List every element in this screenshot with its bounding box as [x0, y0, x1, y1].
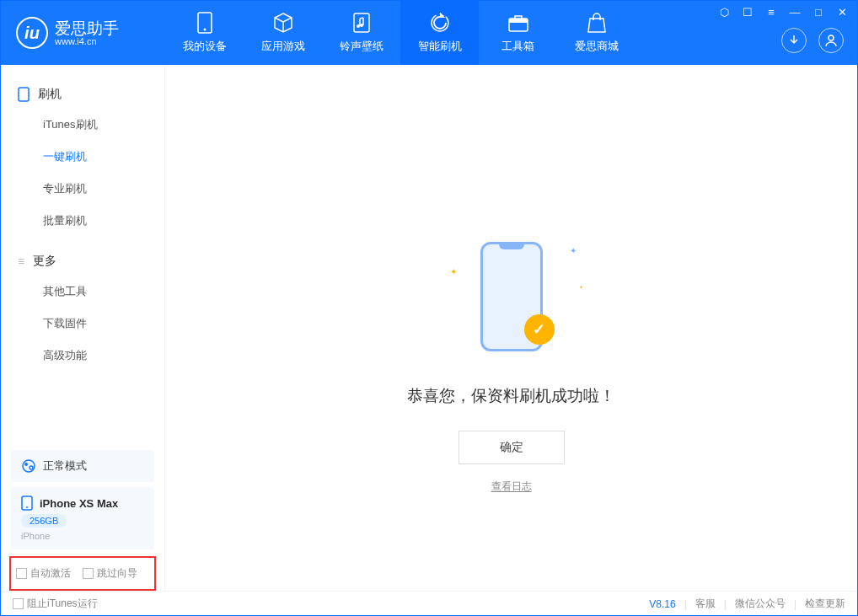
tab-smart-flash[interactable]: 智能刷机 — [400, 1, 479, 65]
tab-label: 爱思商城 — [575, 39, 619, 54]
app-header: iu 爱思助手 www.i4.cn 我的设备 应用游戏 铃声壁纸 智能刷机 工具… — [1, 1, 857, 65]
download-icon[interactable] — [781, 28, 807, 53]
sidebar-group-more: ≡ 更多 — [1, 247, 164, 276]
device-name-text: iPhone XS Max — [40, 497, 118, 510]
svg-point-12 — [24, 463, 28, 466]
header-actions — [781, 28, 844, 53]
svg-rect-10 — [19, 88, 29, 101]
mode-card[interactable]: 正常模式 — [11, 450, 154, 482]
tab-label: 我的设备 — [183, 39, 227, 54]
svg-rect-2 — [354, 13, 369, 32]
close-button[interactable]: ✕ — [835, 6, 849, 19]
shirt-icon[interactable]: ⬡ — [717, 6, 731, 19]
svg-point-1 — [203, 29, 206, 31]
tab-label: 智能刷机 — [418, 39, 462, 54]
device-icon — [21, 495, 33, 511]
svg-point-15 — [26, 506, 28, 508]
checkbox-block-itunes[interactable]: 阻止iTunes运行 — [13, 597, 98, 611]
footer-link-update[interactable]: 检查更新 — [805, 597, 845, 611]
logo-icon: iu — [16, 17, 48, 49]
success-panel: ✦ ✦ ✦ ✓ 恭喜您，保资料刷机成功啦！ 确定 查看日志 — [165, 233, 857, 494]
sparkle-icon: ✦ — [450, 267, 457, 276]
menu-icon: ≡ — [18, 254, 24, 268]
phone-icon — [18, 87, 29, 102]
device-icon — [194, 12, 216, 34]
logo[interactable]: iu 爱思助手 www.i4.cn — [1, 17, 165, 49]
tab-ringtones-wallpapers[interactable]: 铃声壁纸 — [322, 1, 400, 65]
view-log-link[interactable]: 查看日志 — [491, 479, 532, 494]
sidebar-item-advanced[interactable]: 高级功能 — [1, 340, 164, 372]
footer-link-wechat[interactable]: 微信公众号 — [735, 597, 786, 611]
footer-link-support[interactable]: 客服 — [695, 597, 716, 611]
device-type: iPhone — [21, 531, 50, 541]
version-label: V8.16 — [649, 598, 675, 610]
tab-apps-games[interactable]: 应用游戏 — [244, 1, 322, 65]
svg-marker-5 — [440, 13, 444, 16]
app-title: 爱思助手 — [55, 20, 119, 36]
sidebar-item-itunes-flash[interactable]: iTunes刷机 — [1, 109, 164, 141]
mode-label: 正常模式 — [43, 458, 87, 474]
svg-point-13 — [29, 466, 33, 469]
tab-toolbox[interactable]: 工具箱 — [479, 1, 557, 65]
tab-label: 铃声壁纸 — [340, 39, 383, 54]
storage-badge: 256GB — [21, 514, 67, 528]
minimize-button[interactable]: ― — [788, 6, 802, 19]
mode-icon — [21, 458, 36, 474]
maximize-button[interactable]: □ — [812, 6, 825, 19]
tab-label: 应用游戏 — [261, 39, 305, 54]
refresh-icon — [429, 12, 451, 34]
app-subtitle: www.i4.cn — [55, 36, 119, 46]
bag-icon — [586, 12, 608, 34]
music-icon — [351, 12, 373, 34]
sidebar-item-other-tools[interactable]: 其他工具 — [1, 276, 164, 308]
sidebar: 刷机 iTunes刷机 一键刷机 专业刷机 批量刷机 ≡ 更多 其他工具 下载固… — [1, 65, 165, 591]
svg-point-11 — [23, 460, 35, 472]
checkbox-auto-activate[interactable]: 自动激活 — [16, 566, 71, 581]
sidebar-item-batch-flash[interactable]: 批量刷机 — [1, 205, 164, 237]
svg-point-3 — [357, 24, 360, 28]
svg-point-9 — [829, 35, 834, 40]
window-controls: ⬡ ☐ ≡ ― □ ✕ — [717, 6, 849, 19]
phone-illustration: ✦ ✦ ✦ ✓ — [474, 233, 550, 360]
menu-icon[interactable]: ≡ — [764, 6, 778, 19]
highlighted-options: 自动激活 跳过向导 — [9, 556, 156, 591]
feedback-icon[interactable]: ☐ — [741, 6, 754, 19]
svg-point-4 — [360, 24, 363, 27]
sidebar-item-oneclick-flash[interactable]: 一键刷机 — [1, 141, 164, 173]
sidebar-group-flash: 刷机 — [1, 80, 164, 109]
tab-label: 工具箱 — [501, 39, 534, 54]
check-icon: ✓ — [524, 314, 555, 345]
tab-store[interactable]: 爱思商城 — [557, 1, 635, 65]
ok-button[interactable]: 确定 — [458, 431, 565, 464]
checkbox-skip-guide[interactable]: 跳过向导 — [83, 566, 137, 581]
user-icon[interactable] — [818, 28, 844, 53]
device-card[interactable]: iPhone XS Max 256GB iPhone — [11, 487, 154, 549]
cube-icon — [272, 12, 294, 34]
main-tabs: 我的设备 应用游戏 铃声壁纸 智能刷机 工具箱 爱思商城 — [165, 1, 635, 65]
sparkle-icon: ✦ — [579, 284, 583, 290]
status-bar: 阻止iTunes运行 V8.16 | 客服 | 微信公众号 | 检查更新 — [1, 591, 857, 616]
sidebar-item-download-firmware[interactable]: 下载固件 — [1, 308, 164, 340]
svg-rect-8 — [509, 19, 528, 23]
toolbox-icon — [507, 12, 529, 34]
success-message: 恭喜您，保资料刷机成功啦！ — [407, 385, 615, 407]
sparkle-icon: ✦ — [570, 246, 576, 255]
main-content: ✦ ✦ ✦ ✓ 恭喜您，保资料刷机成功啦！ 确定 查看日志 — [165, 65, 857, 591]
sidebar-item-pro-flash[interactable]: 专业刷机 — [1, 173, 164, 205]
tab-my-device[interactable]: 我的设备 — [165, 1, 244, 65]
